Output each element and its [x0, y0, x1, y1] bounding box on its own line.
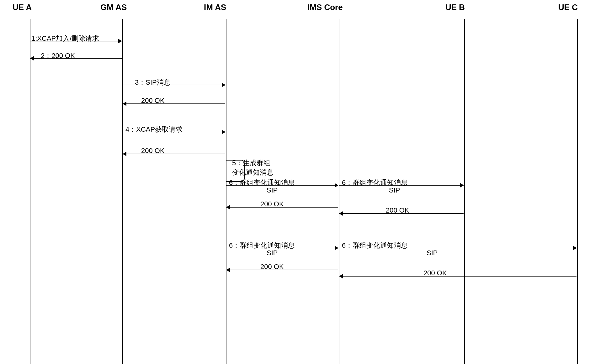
entity-uea: UE A: [13, 3, 32, 12]
label-msg6ok1: 200 OK: [260, 200, 284, 208]
label-msg4: 4：XCAP获取请求: [125, 125, 183, 134]
label-msg6d: 6：群组变化通知消息: [342, 241, 408, 250]
lifeline-imscore: [339, 19, 339, 364]
label-msg4r: 200 OK: [141, 147, 165, 155]
label-loop5: 5：生成群组变化通知消息: [232, 158, 273, 177]
arrow-msg4r: [123, 154, 225, 154]
lifeline-uec: [577, 19, 578, 364]
label-msg1: 1:XCAP加入/删除请求: [31, 34, 99, 43]
entity-imscore: IMS Core: [307, 3, 343, 12]
label-msg6ok3: 200 OK: [260, 263, 284, 271]
lifeline-uea: [30, 19, 30, 364]
sequence-diagram: UE A GM AS IM AS IMS Core UE B UE C 1:XC…: [0, 0, 616, 364]
arrow-msg6ok4: [339, 276, 576, 277]
label-msg6c-sip: SIP: [267, 249, 278, 257]
entity-gmas: GM AS: [100, 3, 127, 12]
label-msg6b-sip: SIP: [389, 186, 400, 194]
entity-ueb: UE B: [445, 3, 465, 12]
label-msg6ok2: 200 OK: [386, 206, 409, 214]
label-msg6a: 6：群组变化通知消息: [229, 178, 295, 187]
label-msg3r: 200 OK: [141, 97, 165, 105]
label-msg6c: 6：群组变化通知消息: [229, 241, 295, 250]
lifeline-ueb: [464, 19, 465, 364]
label-msg6d-sip: SIP: [427, 249, 438, 257]
label-msg6a-sip: SIP: [267, 186, 278, 194]
lifeline-imas: [226, 19, 226, 364]
label-msg3: 3：SIP消息: [135, 78, 171, 87]
arrow-msg3r: [123, 103, 225, 104]
label-msg2: 2：200 OK: [41, 51, 75, 61]
label-msg6ok4: 200 OK: [423, 269, 447, 277]
entity-imas: IM AS: [204, 3, 226, 12]
lifeline-gmas: [122, 19, 123, 364]
entity-uec: UE C: [558, 3, 578, 12]
